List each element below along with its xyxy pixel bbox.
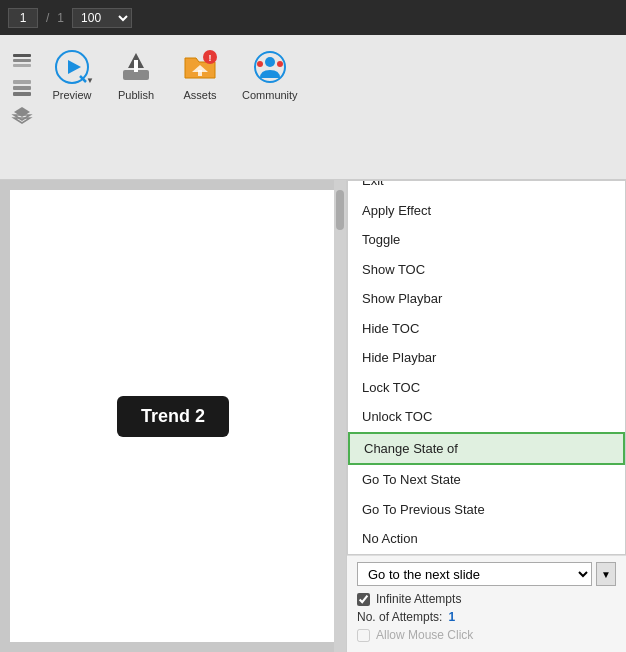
svg-marker-10: [68, 60, 81, 74]
menu-item-exit[interactable]: Exit: [348, 180, 625, 196]
bottom-section: Go to the next slide ▼ Infinite Attempts…: [347, 555, 626, 652]
slide-area: Trend 2: [0, 180, 346, 652]
page-number-input[interactable]: [8, 8, 38, 28]
zoom-select[interactable]: 100 75 50 150: [72, 8, 132, 28]
allow-mouse-click-label: Allow Mouse Click: [376, 628, 473, 642]
action-select-row: Go to the next slide ▼: [357, 562, 616, 586]
slide-scrollbar[interactable]: [334, 180, 346, 652]
layers-group: [6, 43, 38, 131]
assets-label: Assets: [183, 89, 216, 101]
infinite-attempts-label: Infinite Attempts: [376, 592, 461, 606]
slide-scrollbar-thumb: [336, 190, 344, 230]
dropdown-menu: Execute Advanced ActionsExecute Shared A…: [347, 180, 626, 555]
svg-rect-5: [13, 92, 31, 96]
svg-rect-3: [13, 80, 31, 84]
menu-item-apply-effect[interactable]: Apply Effect: [348, 196, 625, 226]
allow-mouse-click-row: Allow Mouse Click: [357, 628, 616, 642]
slide-content: Trend 2: [10, 190, 336, 642]
publish-label: Publish: [118, 89, 154, 101]
menu-item-no-action[interactable]: No Action: [348, 524, 625, 554]
menu-item-go-next-state[interactable]: Go To Next State: [348, 465, 625, 495]
svg-rect-14: [134, 60, 138, 72]
svg-rect-4: [13, 86, 31, 90]
menu-item-hide-playbar[interactable]: Hide Playbar: [348, 343, 625, 373]
icon-toolbar: ▼ Preview Publish ! Assets: [0, 35, 626, 180]
svg-rect-16: [198, 70, 202, 76]
attempts-row: No. of Attempts: 1: [357, 610, 616, 624]
right-panel: Execute Advanced ActionsExecute Shared A…: [346, 180, 626, 652]
main-area: Trend 2 Execute Advanced ActionsExecute …: [0, 180, 626, 652]
infinite-attempts-row: Infinite Attempts: [357, 592, 616, 606]
menu-item-lock-toc[interactable]: Lock TOC: [348, 373, 625, 403]
menu-item-change-state[interactable]: Change State of: [348, 432, 625, 466]
community-button[interactable]: Community: [234, 43, 306, 105]
action-select[interactable]: Go to the next slide: [357, 562, 592, 586]
community-label: Community: [242, 89, 298, 101]
svg-point-22: [277, 61, 283, 67]
top-toolbar: / 1 100 75 50 150: [0, 0, 626, 35]
preview-button[interactable]: ▼ Preview: [42, 43, 102, 105]
publish-button[interactable]: Publish: [106, 43, 166, 105]
menu-item-show-toc[interactable]: Show TOC: [348, 255, 625, 285]
layer3-icon[interactable]: [10, 103, 34, 127]
attempts-value: 1: [448, 610, 455, 624]
infinite-attempts-checkbox[interactable]: [357, 593, 370, 606]
trend-label: Trend 2: [117, 396, 229, 437]
assets-button[interactable]: ! Assets: [170, 43, 230, 105]
svg-rect-1: [13, 59, 31, 62]
menu-item-go-prev-state[interactable]: Go To Previous State: [348, 495, 625, 525]
menu-item-show-playbar[interactable]: Show Playbar: [348, 284, 625, 314]
preview-label: Preview: [52, 89, 91, 101]
layer2-icon[interactable]: [10, 75, 34, 99]
menu-item-hide-toc[interactable]: Hide TOC: [348, 314, 625, 344]
action-select-arrow[interactable]: ▼: [596, 562, 616, 586]
svg-point-21: [257, 61, 263, 67]
svg-rect-0: [13, 54, 31, 57]
no-of-attempts-label: No. of Attempts:: [357, 610, 442, 624]
page-separator: /: [46, 11, 49, 25]
allow-mouse-click-checkbox[interactable]: [357, 629, 370, 642]
page-total: 1: [57, 11, 64, 25]
menu-item-unlock-toc[interactable]: Unlock TOC: [348, 402, 625, 432]
svg-point-20: [265, 57, 275, 67]
svg-rect-2: [13, 64, 31, 67]
menu-item-toggle[interactable]: Toggle: [348, 225, 625, 255]
svg-text:!: !: [209, 53, 212, 63]
layer1-icon[interactable]: [10, 47, 34, 71]
